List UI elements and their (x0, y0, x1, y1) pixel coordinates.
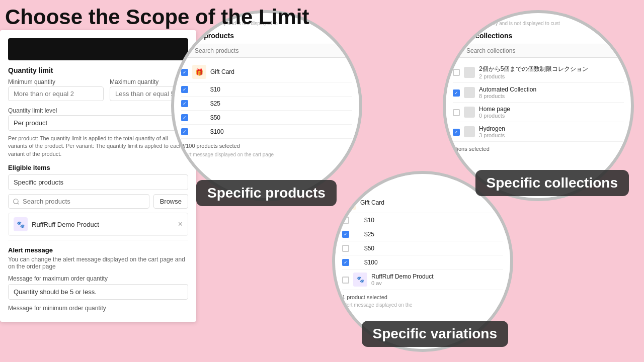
product-icon: 🐾 (14, 217, 28, 231)
variations-name-100: $100 (353, 259, 503, 266)
eligible-label: Eligible items (8, 164, 188, 171)
variations-footer-hint: Alert message displayed on the (342, 302, 503, 308)
variations-footer: 1 product selected (342, 294, 503, 300)
product-tag: 🐾 RuffRuff Demo Product × (8, 213, 188, 236)
variations-name-giftcard: Gift Card (360, 199, 503, 206)
variations-item-50: $50 (342, 241, 503, 255)
collections-name-4: Hydrogen 3 products (479, 125, 624, 138)
variations-thumb-ruffruff: 🐾 (353, 273, 367, 287)
variations-name-50: $50 (353, 245, 503, 252)
collections-item-3: Home page 0 products (453, 103, 624, 122)
variations-top-hint: n products (342, 181, 503, 188)
alert-title: Alert message (8, 246, 188, 254)
collections-footer: ctions selected (453, 146, 624, 152)
min-quantity-input[interactable] (8, 86, 104, 101)
collections-checkbox-4[interactable] (453, 129, 460, 136)
variations-item-10: $10 (342, 213, 503, 227)
products-name-giftcard: Gift Card (210, 68, 352, 75)
product-search-row: Browse (8, 194, 188, 209)
quantity-inputs: Minimum quantity Maximum quantity (8, 78, 188, 101)
variations-checkbox-ruffruff[interactable] (342, 277, 349, 284)
variations-checkbox-10[interactable] (342, 217, 349, 224)
collections-thumb-1 (464, 67, 475, 78)
products-checkbox-25[interactable] (181, 100, 188, 107)
products-name-25: $25 (192, 100, 352, 107)
variations-checkbox-25[interactable] (342, 231, 349, 238)
variations-item-giftcard: 🎁 Gift Card (342, 193, 503, 213)
collections-checkbox-2[interactable] (453, 89, 460, 97)
min-message-label: Message for minimum order quantity (8, 305, 188, 312)
page-title: Choose the Scope of the Limit (5, 5, 309, 29)
variations-thumb-giftcard: 🎁 (342, 196, 356, 210)
collections-item-1: 2個から5個までの個数制限コレクション 2 products (453, 62, 624, 83)
collections-item-4: Hydrogen 3 products (453, 122, 624, 142)
collections-thumb-2 (464, 87, 475, 98)
level-label: Quantity limit level (8, 107, 188, 114)
variations-item-25: $25 (342, 227, 503, 241)
products-name-10: $10 (192, 86, 352, 93)
alert-section: Alert message You can change the alert m… (8, 240, 188, 312)
variations-checkbox-100[interactable] (342, 259, 349, 266)
variations-name-10: $10 (353, 217, 503, 224)
collections-name-2: Automated Collection 8 products (479, 86, 624, 99)
products-item-50: $50 (181, 111, 352, 125)
variations-name-ruffruff: RuffRuff Demo Product 0 av (371, 273, 503, 286)
level-hint: Per product: The quantity limit is appli… (8, 135, 188, 158)
collections-name-3: Home page 0 products (479, 106, 624, 119)
browse-button[interactable]: Browse (153, 194, 188, 209)
variations-dialog: n products 🎁 Gift Card $10 $25 $50 $100 … (335, 174, 510, 349)
variations-magnifier: n products 🎁 Gift Card $10 $25 $50 $100 … (332, 171, 513, 352)
collections-thumb-4 (464, 126, 475, 137)
variations-name-25: $25 (353, 231, 503, 238)
product-search-input[interactable] (8, 194, 149, 209)
max-message-label: Message for maximum order quantity (8, 275, 188, 282)
products-item-100: $100 (181, 125, 352, 139)
products-checkbox-10[interactable] (181, 86, 188, 93)
min-label: Minimum quantity (8, 78, 104, 85)
products-item-10: $10 (181, 82, 352, 97)
collections-search-input[interactable] (453, 44, 624, 58)
products-thumb-giftcard: 🎁 (192, 65, 206, 79)
collections-top-hint: rative purposes only and is not displaye… (453, 20, 624, 27)
remove-product-button[interactable]: × (178, 220, 183, 229)
products-item-25: $25 (181, 97, 352, 111)
variations-checkbox-50[interactable] (342, 245, 349, 252)
collections-dialog-title: Select collections (453, 32, 624, 40)
eligible-select[interactable]: Specific products (8, 174, 188, 190)
products-search-input[interactable] (181, 44, 352, 58)
variations-item-ruffruff: 🐾 RuffRuff Demo Product 0 av (342, 269, 503, 290)
variations-item-100: $100 (342, 255, 503, 269)
products-dialog: rative purposes only and is not displaye… (174, 13, 359, 198)
products-footer-hint: Alert message displayed on the cart page (181, 152, 352, 157)
quantity-limit-title: Quantity limit (8, 66, 188, 74)
products-dialog-title: Select products (181, 32, 352, 40)
products-magnifier: rative purposes only and is not displaye… (171, 10, 362, 201)
admin-panel: Quantity limit Minimum quantity Maximum … (0, 30, 196, 322)
collections-checkbox-1[interactable] (453, 69, 460, 76)
collections-dialog: rative purposes only and is not displaye… (446, 13, 631, 198)
level-select[interactable]: Per product (8, 115, 188, 131)
products-name-100: $100 (192, 128, 352, 135)
collections-item-2: Automated Collection 8 products (453, 83, 624, 103)
collections-name-1: 2個から5個までの個数制限コレクション 2 products (479, 65, 624, 79)
collections-checkbox-3[interactable] (453, 109, 460, 116)
black-bar (8, 38, 188, 60)
max-message-input[interactable] (8, 284, 188, 300)
products-name-50: $50 (192, 114, 352, 121)
product-name: RuffRuff Demo Product (32, 221, 99, 228)
products-checkbox-100[interactable] (181, 128, 188, 135)
products-checkbox-50[interactable] (181, 114, 188, 121)
products-checkbox-giftcard[interactable] (181, 69, 188, 76)
collections-magnifier: rative purposes only and is not displaye… (443, 10, 634, 201)
products-footer: 2/100 products selected (181, 143, 352, 149)
alert-hint: You can change the alert message display… (8, 256, 188, 270)
products-item-giftcard: 🎁 Gift Card (181, 62, 352, 82)
collections-thumb-3 (464, 107, 475, 118)
